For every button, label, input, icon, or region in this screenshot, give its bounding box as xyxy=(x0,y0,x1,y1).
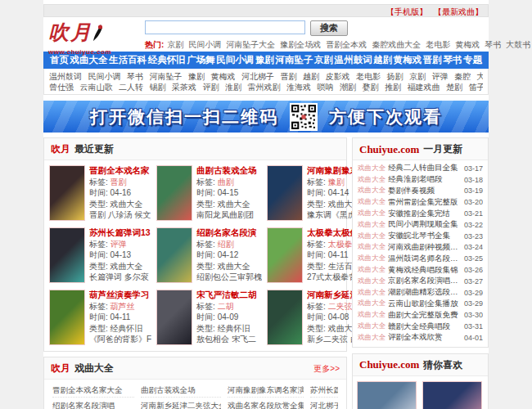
site-logo[interactable]: 吹月 www.chuiyue.com xyxy=(48,19,138,56)
video-thumbnail[interactable] xyxy=(156,165,192,221)
catalog-link[interactable]: 河南新乡延津二夹弦大全 xyxy=(141,398,221,409)
sub-nav-link[interactable]: 二人转 xyxy=(119,83,143,92)
nav-item[interactable]: 京剧 xyxy=(314,54,333,66)
nav-item[interactable]: 河南坠子 xyxy=(275,54,313,66)
video-title-link[interactable]: 葫芦丝演奏学习 xyxy=(89,290,151,300)
catalog-link[interactable]: 曲剧古装戏全场 xyxy=(141,382,221,398)
nav-item[interactable]: 温州鼓词 xyxy=(335,54,372,66)
update-link[interactable]: 潮剧潮曲精彩选段200首 xyxy=(388,287,461,298)
catalog-link[interactable]: 河北梆子名家名段100首 xyxy=(310,398,338,409)
nav-item[interactable]: 民间小调 xyxy=(216,54,254,66)
tag-link[interactable]: 豫剧 xyxy=(328,178,345,187)
sub-nav-link[interactable]: 黄梅戏 xyxy=(211,72,236,81)
update-link[interactable]: 曲剧大全完整版免费 xyxy=(388,310,461,321)
sub-nav-link[interactable]: 越剧 xyxy=(303,72,319,81)
nav-item[interactable]: 生活百科 xyxy=(109,54,147,66)
sub-nav-link[interactable]: 推剧 xyxy=(385,83,401,92)
tag-link[interactable]: 太极拳 xyxy=(328,240,353,249)
sub-nav-link[interactable]: 淮海戏 xyxy=(286,83,311,92)
sub-nav-link[interactable]: 笛子 xyxy=(469,83,484,92)
guess-thumbnail[interactable] xyxy=(357,381,417,409)
update-link[interactable]: 安徽推剧全集完结 xyxy=(388,209,461,219)
update-link[interactable]: 雷州雷剧全集完整版 xyxy=(388,197,461,208)
video-thumbnail[interactable] xyxy=(267,165,303,221)
update-link[interactable]: 经典二人转曲目全集 xyxy=(388,163,461,173)
nav-item[interactable]: 经典怀旧 xyxy=(148,54,186,66)
sub-nav-link[interactable]: 皮影戏 xyxy=(326,72,350,81)
hot-link[interactable]: 河南坠子大全 xyxy=(226,40,275,49)
sub-nav-link[interactable]: 雷州戏剧 xyxy=(248,83,281,92)
video-thumbnail[interactable] xyxy=(156,227,192,283)
hot-link[interactable]: 秦腔戏曲大全 xyxy=(372,40,421,49)
hot-link[interactable]: 琴书 xyxy=(485,40,501,49)
sub-nav-link[interactable]: 民间小调 xyxy=(88,72,121,81)
video-thumbnail[interactable] xyxy=(49,227,85,283)
catalog-link[interactable]: 苏州长篇弹词13部 xyxy=(310,382,338,398)
hot-link[interactable]: 晋剧全本戏 xyxy=(326,40,367,49)
sub-nav-link[interactable]: 云南山歌 xyxy=(80,83,113,92)
update-link[interactable]: 婺剧伴奏视频 xyxy=(388,186,461,196)
update-link[interactable]: 民间小调荆现顺全集 xyxy=(388,219,461,230)
guess-thumbnail[interactable] xyxy=(422,381,482,409)
video-thumbnail[interactable] xyxy=(267,227,303,283)
sub-nav-link[interactable]: 楚剧 xyxy=(446,83,462,92)
sub-nav-link[interactable]: 豫剧 xyxy=(188,72,205,81)
update-link[interactable]: 温州鼓词名师名段演唱 xyxy=(388,254,461,264)
update-link[interactable]: 评剧全本戏欣赏 xyxy=(388,332,461,343)
tag-link[interactable]: 曲剧 xyxy=(218,178,234,187)
search-button[interactable]: 搜索 xyxy=(310,20,348,36)
sub-nav-link[interactable]: 老电影 xyxy=(356,72,381,81)
sub-nav-link[interactable]: 曾仕强 xyxy=(49,83,74,92)
video-thumbnail[interactable] xyxy=(49,165,85,221)
guess-item[interactable]: 黄梅戏红色经典唱段 xyxy=(422,381,484,409)
guess-item[interactable]: 京剧名家名段演唱 xyxy=(357,381,418,409)
tag-link[interactable]: 二夹弦 xyxy=(328,302,353,311)
sub-nav-link[interactable]: 扬剧 xyxy=(387,72,404,81)
topbar-link[interactable]: 【最新戏曲】 xyxy=(434,7,483,16)
sub-nav-link[interactable]: 婺剧 xyxy=(363,83,379,92)
update-link[interactable]: 河南戏曲剧种视频大全 xyxy=(388,242,461,253)
catalog-link[interactable]: 晋剧全本戏名家大全 xyxy=(52,382,134,398)
hot-link[interactable]: 老电影 xyxy=(426,40,450,49)
video-title-link[interactable]: 曲剧古装戏全场 xyxy=(196,165,257,176)
video-thumbnail[interactable] xyxy=(49,290,85,345)
sub-nav-link[interactable]: 淮剧 xyxy=(225,83,241,92)
hot-link[interactable]: 京剧 xyxy=(167,40,183,49)
nav-item[interactable]: 琴书 xyxy=(443,54,462,66)
sub-nav-link[interactable]: 温州鼓词 xyxy=(49,72,82,81)
update-link[interactable]: 黄梅戏经典唱段集锦 xyxy=(388,265,461,276)
sub-nav-link[interactable]: 京剧 xyxy=(409,72,426,81)
sub-nav-link[interactable]: 秦腔 xyxy=(454,72,471,81)
update-link[interactable]: 京剧名家名段演唱会集锦 xyxy=(388,276,461,286)
update-link[interactable]: 经典淮剧老唱段 xyxy=(388,174,461,185)
nav-item[interactable]: 黄梅戏 xyxy=(394,54,422,66)
video-thumbnail[interactable] xyxy=(267,290,303,345)
update-link[interactable]: 云南山歌剧全集播放 xyxy=(388,299,461,309)
sub-nav-link[interactable]: 河北梆子 xyxy=(241,72,274,81)
sub-nav-link[interactable]: 大鼓书 xyxy=(477,72,484,81)
sub-nav-link[interactable]: 锡剧 xyxy=(150,83,166,92)
sub-nav-link[interactable]: 琴书 xyxy=(127,72,143,81)
nav-item[interactable]: 戏曲大全 xyxy=(70,54,108,66)
sub-nav-link[interactable]: 晋剧 xyxy=(281,72,297,81)
sub-nav-link[interactable]: 福建戏曲 xyxy=(408,83,440,92)
video-title-link[interactable]: 晋剧全本戏名家 xyxy=(89,165,151,176)
catalog-link[interactable]: 河南豫剧豫东调名家演唱 xyxy=(228,382,304,398)
tag-link[interactable]: 晋剧 xyxy=(110,178,127,187)
video-title-link[interactable]: 绍剧名家名段演 xyxy=(196,227,262,238)
nav-item[interactable]: 越剧 xyxy=(373,54,392,66)
video-thumbnail[interactable] xyxy=(156,290,192,345)
nav-item[interactable]: 广场舞 xyxy=(187,54,215,66)
hot-link[interactable]: 黄梅戏 xyxy=(455,40,480,49)
wechat-banner[interactable]: 打开微信扫一扫二维码 方便下次观看 xyxy=(43,101,489,133)
sub-nav-link[interactable]: 评弹 xyxy=(432,72,449,81)
nav-item[interactable]: 晋剧 xyxy=(423,54,442,66)
catalog-link[interactable]: 戏曲名家名段欣赏全集 xyxy=(228,398,304,409)
video-title-link[interactable]: 苏州长篇弹词13 xyxy=(89,227,151,238)
hot-link[interactable]: 豫剧全场戏 xyxy=(280,40,321,49)
catalog-link[interactable]: 绍剧名家名段演唱 xyxy=(52,398,134,409)
sub-nav-link[interactable]: 潮剧 xyxy=(340,83,356,92)
update-link[interactable]: 安徽皖北琴书全集 xyxy=(388,231,461,241)
video-title-link[interactable]: 宋飞严洁敏二胡 xyxy=(196,290,257,300)
tag-link[interactable]: 葫芦丝 xyxy=(110,302,135,311)
